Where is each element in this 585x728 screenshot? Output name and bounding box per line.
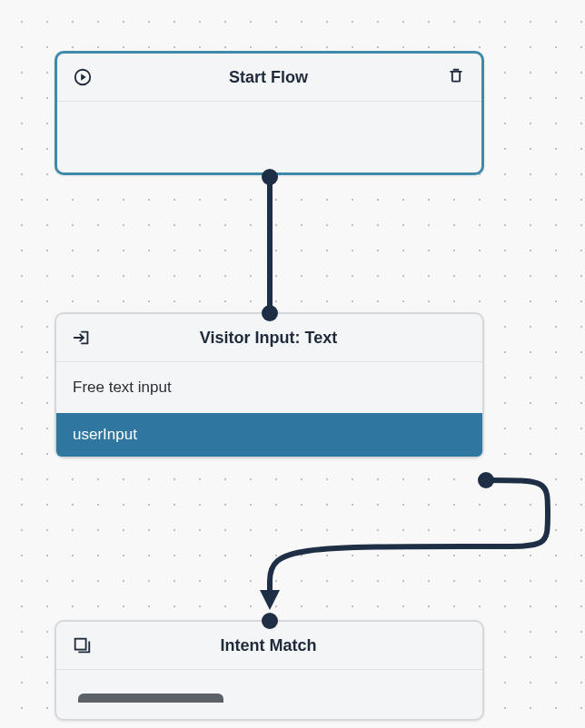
trash-icon[interactable] <box>447 66 465 88</box>
svg-rect-3 <box>75 639 86 650</box>
node-body-text: Free text input <box>56 362 482 413</box>
svg-marker-2 <box>81 74 86 80</box>
node-title: Start Flow <box>94 68 443 87</box>
port-in-visitor-input[interactable] <box>262 305 278 321</box>
svg-marker-0 <box>260 590 280 610</box>
port-in-intent-match[interactable] <box>262 613 278 629</box>
node-header: Start Flow <box>57 54 481 101</box>
node-title: Intent Match <box>93 636 444 655</box>
play-circle-icon <box>72 66 94 88</box>
node-visitor-input[interactable]: Visitor Input: Text Free text input user… <box>55 312 484 458</box>
content-preview <box>78 694 223 703</box>
node-start-flow[interactable]: Start Flow <box>55 51 484 175</box>
divider <box>57 101 481 102</box>
stack-icon <box>71 635 93 656</box>
node-title: Visitor Input: Text <box>93 329 444 348</box>
output-userinput[interactable]: userInput <box>56 413 482 457</box>
node-intent-match[interactable]: Intent Match <box>55 620 484 721</box>
input-arrow-icon <box>71 327 93 349</box>
port-out-userinput[interactable] <box>478 472 494 488</box>
output-label: userInput <box>73 426 137 443</box>
port-out-start[interactable] <box>262 169 278 185</box>
